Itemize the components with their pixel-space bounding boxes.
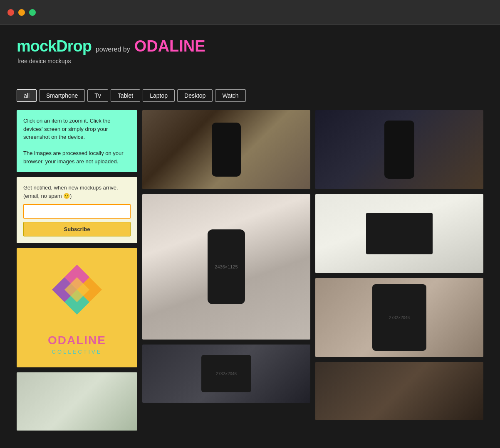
tv-mockup[interactable] xyxy=(315,194,483,273)
odaline-logo-svg xyxy=(44,261,110,327)
phone-mockup-1[interactable] xyxy=(142,110,310,189)
left-sidebar: Click on an item to zoom it. Click the d… xyxy=(17,110,137,431)
filter-buttons: all Smartphone Tv Tablet Laptop Desktop … xyxy=(17,89,483,102)
filter-laptop[interactable]: Laptop xyxy=(143,89,175,102)
odaline-logo-box[interactable]: ODALINE COLLECTIVE xyxy=(17,248,137,367)
middle-column: 2436×1125 2732×2046 xyxy=(142,110,310,403)
phone-mockup-3[interactable]: 2436×1125 xyxy=(142,194,310,340)
collective-text: COLLECTIVE xyxy=(52,349,102,355)
info-text-1: Click on an item to zoom it. Click the d… xyxy=(23,118,111,140)
phone-device-1 xyxy=(212,123,241,177)
tablet-mockup-bottom[interactable]: 2732×2046 xyxy=(142,345,310,403)
phone-laptop-mockup[interactable] xyxy=(315,362,483,420)
powered-by-label: powered by xyxy=(96,46,130,53)
filter-all[interactable]: all xyxy=(17,89,37,102)
notify-label: Get notified, when new mockups arrive. (… xyxy=(23,184,131,200)
close-button[interactable] xyxy=(7,9,14,16)
tablet-device-bottom: 2732×2046 xyxy=(201,355,251,392)
sidebar-bottom-image[interactable] xyxy=(17,372,137,431)
header: mockDrop powered by ODALINE free device … xyxy=(17,37,483,64)
traffic-lights xyxy=(7,9,36,16)
tablet-mockup-2[interactable]: 2732×2046 xyxy=(315,278,483,357)
subscribe-button[interactable]: Subscribe xyxy=(23,222,131,236)
phone-mockup-2[interactable] xyxy=(315,110,483,189)
filter-watch[interactable]: Watch xyxy=(215,89,245,102)
minimize-button[interactable] xyxy=(18,9,25,16)
header-title-row: mockDrop powered by ODALINE xyxy=(17,37,483,55)
tv-device xyxy=(366,213,433,254)
titlebar xyxy=(0,0,500,25)
odaline-name: ODALINE xyxy=(48,334,106,347)
email-input[interactable] xyxy=(23,204,131,219)
right-column: 2732×2046 xyxy=(315,110,483,420)
brand-mockdrop: mockDrop xyxy=(17,37,92,55)
main-content: mockDrop powered by ODALINE free device … xyxy=(0,25,500,447)
brand-odaline: ODALINE xyxy=(134,37,205,55)
phone-device-3: 2436×1125 xyxy=(208,229,245,304)
content-grid: Click on an item to zoom it. Click the d… xyxy=(17,110,483,431)
filter-desktop[interactable]: Desktop xyxy=(177,89,213,102)
phone3-dimensions: 2436×1125 xyxy=(215,264,238,269)
info-text-2: The images are processed locally on your… xyxy=(23,150,124,165)
info-box: Click on an item to zoom it. Click the d… xyxy=(17,110,137,172)
filter-tv[interactable]: Tv xyxy=(87,89,108,102)
filter-smartphone[interactable]: Smartphone xyxy=(39,89,85,102)
filter-tablet[interactable]: Tablet xyxy=(111,89,140,102)
tablet2-dimensions: 2732×2046 xyxy=(389,315,410,320)
tablet-b2-dimensions: 2732×2046 xyxy=(216,372,237,376)
tablet-device-2: 2732×2046 xyxy=(372,284,426,351)
notify-box: Get notified, when new mockups arrive. (… xyxy=(17,177,137,243)
tagline: free device mockups xyxy=(17,58,483,64)
phone-device-2 xyxy=(384,121,414,179)
maximize-button[interactable] xyxy=(29,9,36,16)
